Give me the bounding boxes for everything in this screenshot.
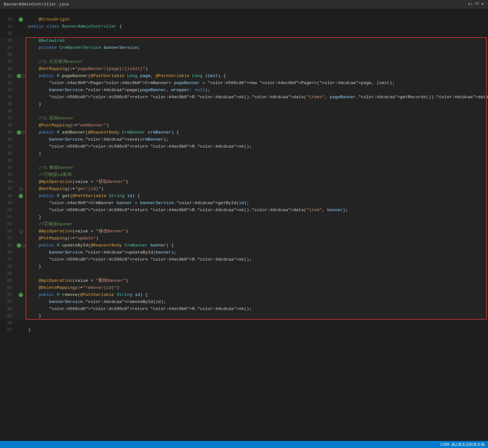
breakpoint-icon [22, 244, 25, 247]
line-number: 30 [0, 65, 16, 73]
line-number: 62 [0, 291, 16, 298]
line-code-content: private CrmBannerService bannerService; [26, 44, 488, 51]
code-line: 37 //2.添加banner [0, 115, 488, 122]
line-code-content: } [26, 327, 488, 334]
line-icons [16, 235, 26, 242]
line-code-content: "color:#569cd6">"color:#c586c0">return "… [26, 306, 488, 313]
code-line: 63 bannerService."color:#dcdcaa">removeB… [0, 298, 488, 306]
line-icons [16, 270, 26, 277]
line-code-content: @ApiOperation(value = "获取Banner") [26, 178, 488, 185]
line-icons [16, 263, 26, 270]
line-number: 31 [0, 73, 16, 80]
line-number: 67 [0, 327, 16, 334]
breakpoint-icon [22, 74, 25, 78]
line-code-content: public R get(@PathVariable String id) { [26, 193, 488, 200]
code-line: 31↓ public R pageBanner(@PathVariable Lo… [0, 73, 488, 80]
line-code-content: "color:#4ec9b0">Page<"color:#4ec9b0">Crm… [26, 80, 488, 87]
line-code-content: public R pageBanner(@PathVariable Long p… [26, 73, 488, 80]
line-code-content: public R updateById(@RequestBody CrmBann… [26, 242, 488, 249]
line-number: 26 [0, 37, 16, 44]
code-line: 49 "color:#4ec9b0">CrmBanner banner = ba… [0, 200, 488, 207]
line-icons [16, 200, 26, 207]
line-icons [16, 9, 26, 16]
line-number: 34 [0, 94, 16, 101]
line-code-content: "color:#569cd6">"color:#c586c0">return "… [26, 207, 488, 214]
line-number: 40 [0, 136, 16, 143]
line-number: 39 [0, 129, 16, 136]
line-icons: ↓ [16, 129, 26, 136]
line-code-content: "color:#569cd6">"color:#c586c0">return "… [26, 256, 488, 263]
line-number: 49 [0, 200, 16, 207]
line-icons [16, 143, 26, 150]
line-icons [16, 221, 26, 228]
code-line: 61 @DeleteMapping(☉▾"remove/{id}") [0, 284, 488, 291]
line-number: 61 [0, 284, 16, 291]
line-number: 64 [0, 306, 16, 313]
code-line: 60 @ApiOperation(value = "删除Banner") [0, 277, 488, 284]
line-code-content: @PutMapping(☉▾"update") [26, 235, 488, 242]
line-icons [16, 87, 26, 94]
line-number: 60 [0, 277, 16, 284]
line-number: 66 [0, 320, 16, 327]
code-line: 48↓ public R get(@PathVariable String id… [0, 193, 488, 200]
line-number: 32 [0, 80, 16, 87]
line-icons [16, 23, 26, 30]
code-line: 52 //②修改banner [0, 221, 488, 228]
code-line: 62↓ public R remove(@PathVariable String… [0, 291, 488, 298]
line-icons: ↓ [16, 291, 26, 298]
line-code-content: } [26, 150, 488, 157]
line-number [0, 9, 16, 16]
line-icons [16, 164, 26, 171]
green-circle-icon: ↓ [19, 293, 23, 297]
code-line: 46 @ApiOperation(value = "获取Banner") [0, 178, 488, 185]
line-number: 25 [0, 30, 16, 37]
line-number: 42 [0, 150, 16, 157]
code-line: 29 //1.分页查询banner [0, 58, 488, 65]
line-number: 41 [0, 143, 16, 150]
line-number: 38 [0, 122, 16, 129]
line-code-content: @CrossOrigin [26, 16, 488, 23]
line-code-content: @ApiOperation(value = "修改Banner") [26, 228, 488, 235]
line-number: 47 [0, 185, 16, 193]
breakpoint-icon [20, 230, 23, 233]
line-code-content: @GetMapping(☉▾"pageBanner/{page}/{limit}… [26, 65, 488, 73]
line-code-content: "color:#569cd6">"color:#c586c0">return "… [26, 143, 488, 150]
line-icons [16, 51, 26, 58]
code-line: 42 } [0, 150, 488, 157]
line-code-content: } [26, 214, 488, 221]
code-line: 65 } [0, 313, 488, 320]
line-code-content: "color:#569cd6">"color:#c586c0">return "… [26, 94, 488, 101]
line-icons [16, 207, 26, 214]
line-number: 56 [0, 249, 16, 256]
line-code-content: @GetMapping(☉▾"get/{id}") [26, 185, 488, 193]
code-line: 40 bannerService."color:#dcdcaa">save(cr… [0, 136, 488, 143]
line-icons [16, 320, 26, 327]
line-number: 46 [0, 178, 16, 185]
code-line: 53 @ApiOperation(value = "修改Banner") [0, 228, 488, 235]
line-code-content: //2.添加banner [26, 115, 488, 122]
line-icons [16, 101, 26, 108]
line-number: 29 [0, 58, 16, 65]
line-number: 57 [0, 256, 16, 263]
code-line: 35 } [0, 101, 488, 108]
code-line: 54 @PutMapping(☉▾"update") [0, 235, 488, 242]
code-line: 47 @GetMapping(☉▾"get/{id}") [0, 185, 488, 193]
line-icons [16, 327, 26, 334]
line-code-content: //1.分页查询banner [26, 58, 488, 65]
code-line [0, 9, 488, 16]
code-line: 36 [0, 108, 488, 115]
code-line: 28 [0, 51, 488, 58]
line-icons [16, 185, 26, 193]
line-code-content: //①根据id查询 [26, 171, 488, 178]
line-code-content: bannerService."color:#dcdcaa">page(pageB… [26, 87, 488, 94]
line-number: 51 [0, 214, 16, 221]
line-code-content: bannerService."color:#dcdcaa">updateById… [26, 249, 488, 256]
code-line: 51 } [0, 214, 488, 221]
line-icons [16, 150, 26, 157]
line-number: 44 [0, 164, 16, 171]
line-number: 48 [0, 193, 16, 200]
line-code-content: public class BannerAdminController { [26, 23, 488, 30]
top-right-info: ▲1 ▼2 ▶ [468, 1, 484, 6]
line-code-content: } [26, 313, 488, 320]
line-icons [16, 115, 26, 122]
